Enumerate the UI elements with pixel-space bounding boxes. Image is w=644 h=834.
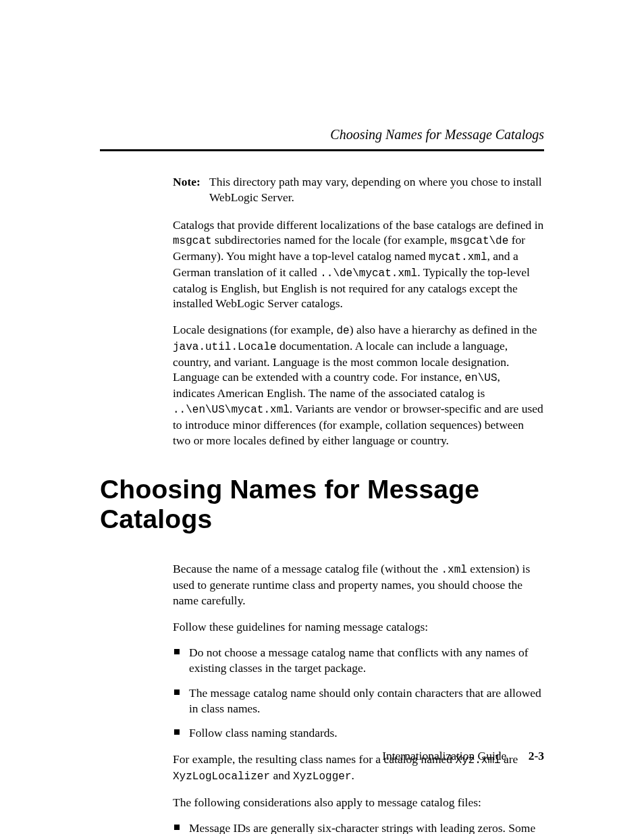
text: Locale designations (for example, [173,323,336,336]
code: mycat.xml [429,251,487,263]
code: .xml [441,564,466,576]
page: Choosing Names for Message Catalogs Note… [0,0,644,834]
page-number: 2-3 [529,749,544,762]
paragraph-2: Locale designations (for example, de) al… [173,322,544,448]
list-item: The message catalog name should only con… [186,685,544,716]
code: msgcat [173,235,212,247]
code: de [336,325,349,337]
note-block: Note: This directory path may vary, depe… [173,174,544,205]
note-label: Note: [173,174,209,205]
list-item: Do not choose a message catalog name tha… [186,645,544,676]
header-rule [100,149,544,151]
page-footer: Internationalization Guide 2-3 [382,749,544,763]
list-item: Follow class naming standards. [186,725,544,741]
text: subdirectories named for the locale (for… [212,233,450,246]
bullet-list-1: Do not choose a message catalog name tha… [173,645,544,741]
code: ..\de\mycat.xml [320,267,417,280]
bullets-lead-1: Follow these guidelines for naming messa… [173,619,544,635]
body-block: Note: This directory path may vary, depe… [100,174,544,448]
code: XyzLogLocalizer [173,771,270,783]
section-body: Because the name of a message catalog fi… [100,561,544,834]
list-item: Message IDs are generally six-character … [186,820,544,834]
text: Catalogs that provide different localiza… [173,218,543,232]
text: . [351,768,354,782]
note-text: This directory path may vary, depending … [209,174,544,205]
code: XyzLogger [293,771,351,783]
book-title: Internationalization Guide [382,749,506,762]
running-header: Choosing Names for Message Catalogs [100,127,544,142]
section-heading: Choosing Names for Message Catalogs [100,475,544,534]
paragraph-1: Catalogs that provide different localiza… [173,217,544,312]
section-intro: Because the name of a message catalog fi… [173,561,544,608]
text: ) also have a hierarchy as defined in th… [350,323,537,336]
bullet-list-2: Message IDs are generally six-character … [173,820,544,834]
code: ..\en\US\mycat.xml [173,404,290,416]
text: and [270,768,293,782]
code: java.util.Locale [173,341,277,353]
text: Because the name of a message catalog fi… [173,562,441,575]
code: msgcat\de [450,235,508,247]
code: en\US [464,372,497,384]
bullets-lead-2: The following considerations also apply … [173,795,544,810]
